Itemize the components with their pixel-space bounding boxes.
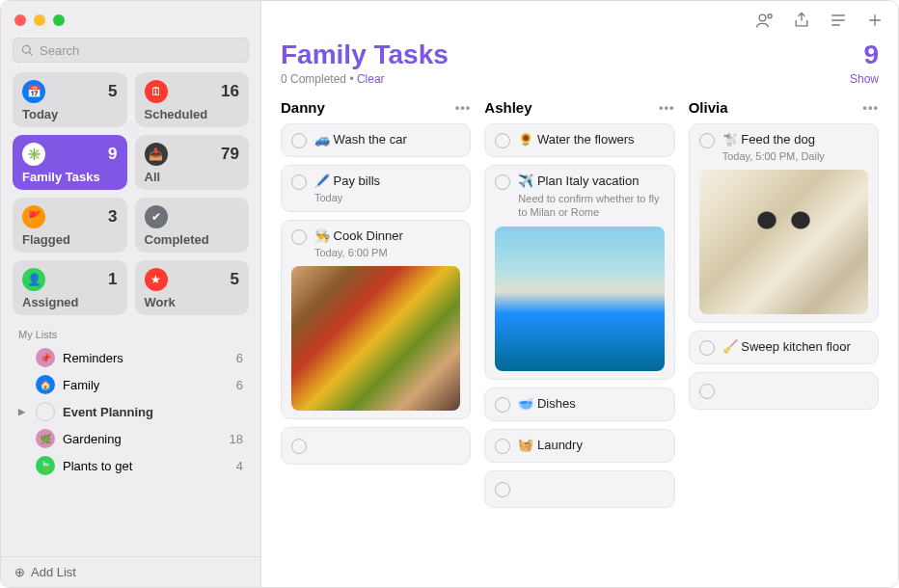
show-button[interactable]: Show <box>850 72 879 86</box>
column-header: Olivia ••• <box>689 99 879 116</box>
svg-point-0 <box>759 14 766 21</box>
minimize-window-button[interactable] <box>34 14 45 26</box>
main-content: Family Tasks 9 0 Completed • Clear Show … <box>261 1 898 587</box>
smart-count: 5 <box>108 82 117 101</box>
flagged-icon: 🚩 <box>22 205 45 228</box>
smart-list-scheduled[interactable]: 🗓 16 Scheduled <box>135 72 250 127</box>
column-danny: Danny ••• 🚙 Wash the car 🖊️ Pay bills To… <box>281 99 471 574</box>
column-more-button[interactable]: ••• <box>862 100 879 115</box>
work-icon: ★ <box>145 268 168 291</box>
complete-radio[interactable] <box>495 174 510 190</box>
smart-count: 5 <box>231 270 239 289</box>
complete-radio[interactable] <box>495 397 510 413</box>
complete-radio[interactable] <box>699 384 715 399</box>
clear-button[interactable]: Clear <box>357 72 385 86</box>
task-title: 🥣 Dishes <box>518 396 664 413</box>
column-header: Ashley ••• <box>484 99 674 116</box>
smart-label: Completed <box>145 232 240 247</box>
task-card[interactable]: 🧹 Sweep kitchen floor <box>689 331 879 364</box>
list-row-gardening[interactable]: 🌿Gardening18 <box>11 425 251 452</box>
task-title: 🖊️ Pay bills <box>314 174 460 190</box>
collaborate-icon[interactable] <box>755 11 775 30</box>
task-card[interactable]: ✈️ Plan Italy vacation Need to confirm w… <box>484 165 674 380</box>
column-more-button[interactable]: ••• <box>659 100 675 115</box>
complete-radio[interactable] <box>291 174 307 190</box>
complete-radio[interactable] <box>699 340 715 356</box>
complete-radio[interactable] <box>291 439 307 454</box>
column-more-button[interactable]: ••• <box>455 100 472 115</box>
share-icon[interactable] <box>792 11 811 30</box>
task-image <box>291 266 460 411</box>
task-title: 🐩 Feed the dog <box>722 132 868 148</box>
task-card[interactable]: 🚙 Wash the car <box>281 123 471 157</box>
list-count: 6 <box>236 378 243 392</box>
list-count: 4 <box>236 459 243 473</box>
task-subtitle: Today, 5:00 PM, Daily <box>722 150 868 162</box>
smart-lists-grid: 📅 5 Today 🗓 16 Scheduled ✳️ 9 Family Tas… <box>1 72 260 327</box>
smart-list-completed[interactable]: ✔ Completed <box>135 198 250 253</box>
list-row-event-planning[interactable]: ▶Event Planning <box>11 398 251 425</box>
list-count: 9 <box>863 40 879 70</box>
assignee-name: Ashley <box>484 99 531 116</box>
columns-container: Danny ••• 🚙 Wash the car 🖊️ Pay bills To… <box>261 99 898 587</box>
smart-label: Family Tasks <box>22 170 118 184</box>
family-tasks-icon: ✳️ <box>22 143 45 166</box>
view-options-icon[interactable] <box>829 11 848 30</box>
list-label: Plants to get <box>63 459 132 473</box>
list-icon: 🏠 <box>36 375 55 394</box>
new-task-placeholder[interactable] <box>689 372 879 410</box>
column-header: Danny ••• <box>281 99 471 116</box>
list-label: Family <box>63 378 99 392</box>
list-label: Gardening <box>63 432 122 446</box>
list-label: Reminders <box>63 351 123 365</box>
complete-radio[interactable] <box>699 133 715 148</box>
add-reminder-icon[interactable] <box>865 11 885 30</box>
smart-list-flagged[interactable]: 🚩 3 Flagged <box>13 198 127 253</box>
column-ashley: Ashley ••• 🌻 Water the flowers ✈️ Plan I… <box>484 99 674 574</box>
completed-count-text: 0 Completed <box>281 72 346 86</box>
complete-radio[interactable] <box>495 482 510 497</box>
search-icon <box>21 44 34 57</box>
smart-list-assigned[interactable]: 👤 1 Assigned <box>13 260 127 315</box>
smart-list-all[interactable]: 📥 79 All <box>135 135 250 190</box>
complete-radio[interactable] <box>291 133 307 148</box>
complete-radio[interactable] <box>495 439 510 454</box>
add-list-button[interactable]: ⊕ Add List <box>1 556 260 587</box>
list-row-family[interactable]: 🏠Family6 <box>11 371 251 398</box>
task-subtitle: Today, 6:00 PM <box>314 247 460 258</box>
svg-point-1 <box>768 14 772 18</box>
task-title: 🧺 Laundry <box>518 438 664 454</box>
task-card[interactable]: 👨‍🍳 Cook Dinner Today, 6:00 PM <box>281 220 471 419</box>
smart-label: Assigned <box>22 295 118 309</box>
task-card[interactable]: 🐩 Feed the dog Today, 5:00 PM, Daily <box>689 123 879 323</box>
close-window-button[interactable] <box>14 14 26 26</box>
task-card[interactable]: 🌻 Water the flowers <box>484 123 674 157</box>
separator: • <box>349 72 357 86</box>
maximize-window-button[interactable] <box>53 14 65 26</box>
task-card[interactable]: 🧺 Laundry <box>484 429 674 463</box>
plus-icon: ⊕ <box>14 565 25 579</box>
task-title: ✈️ Plan Italy vacation <box>518 174 664 190</box>
my-lists-header: My Lists <box>1 327 260 344</box>
chevron-right-icon: ▶ <box>18 407 28 416</box>
smart-label: All <box>145 170 240 184</box>
complete-radio[interactable] <box>495 133 510 148</box>
task-title: 🧹 Sweep kitchen floor <box>722 339 868 356</box>
list-row-reminders[interactable]: 📌Reminders6 <box>11 344 251 371</box>
smart-list-work[interactable]: ★ 5 Work <box>135 260 250 315</box>
smart-count: 3 <box>108 207 117 227</box>
list-label: Event Planning <box>63 405 153 419</box>
new-task-placeholder[interactable] <box>281 427 471 465</box>
smart-count: 9 <box>108 145 117 164</box>
search-input[interactable]: Search <box>13 38 249 63</box>
complete-radio[interactable] <box>291 229 307 245</box>
assignee-name: Danny <box>281 99 325 116</box>
task-card[interactable]: 🥣 Dishes <box>484 388 674 421</box>
new-task-placeholder[interactable] <box>484 470 674 508</box>
task-card[interactable]: 🖊️ Pay bills Today <box>281 165 471 212</box>
list-icon: 🍃 <box>36 456 55 475</box>
list-row-plants[interactable]: 🍃Plants to get4 <box>11 452 251 479</box>
smart-list-family-tasks[interactable]: ✳️ 9 Family Tasks <box>13 135 127 190</box>
smart-list-today[interactable]: 📅 5 Today <box>13 72 127 127</box>
assigned-icon: 👤 <box>22 268 45 291</box>
